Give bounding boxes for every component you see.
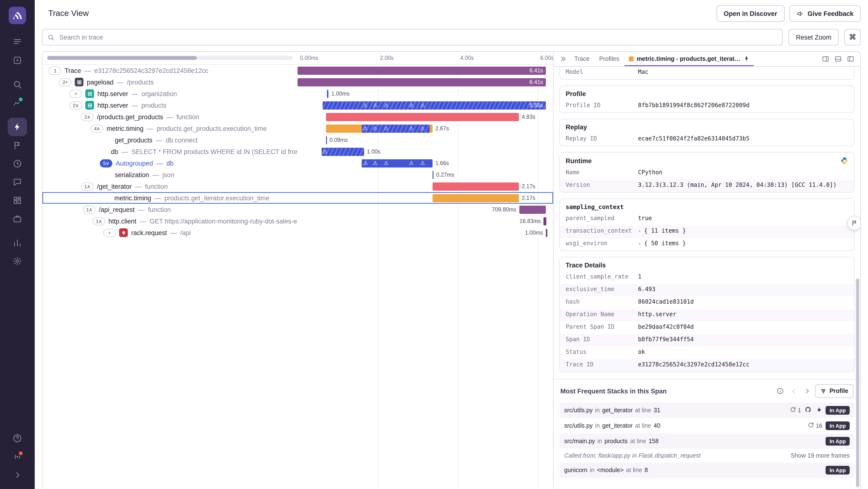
sidebar-item-business-icon[interactable] bbox=[8, 209, 27, 228]
row-expand-chip[interactable]: 1 bbox=[49, 66, 61, 75]
stack-frame-row[interactable]: gunicornin<module>at line8In App bbox=[559, 462, 855, 478]
trace-row[interactable]: db—SELECT * FROM products WHERE id IN (S… bbox=[42, 146, 553, 157]
row-expand-chip[interactable]: 1∧ bbox=[83, 205, 95, 213]
sidebar-item-releases-icon[interactable] bbox=[8, 136, 27, 154]
sidebar-item-help-icon[interactable] bbox=[8, 429, 27, 448]
sidebar-item-metrics-icon[interactable] bbox=[8, 234, 27, 252]
kv-value[interactable]: e31278c256524c3297e2cd12458e12cc bbox=[638, 361, 749, 368]
span-bar[interactable] bbox=[544, 217, 546, 225]
warning-triangle-icon[interactable]: ⚠ bbox=[420, 126, 425, 131]
row-expand-chip[interactable]: 2+ bbox=[59, 78, 71, 86]
trace-row[interactable]: 5∨Autogrouped—db⚠⚠⚠⚠⚠1.66s bbox=[42, 157, 553, 169]
warning-triangle-icon[interactable]: ⚠ bbox=[384, 103, 389, 108]
pin-icon[interactable] bbox=[743, 56, 749, 62]
trace-row[interactable]: serialization—json0.27ms bbox=[42, 169, 553, 180]
row-expand-chip[interactable]: 2∧ bbox=[81, 113, 94, 121]
warning-triangle-icon[interactable]: ⚠ bbox=[373, 126, 377, 131]
span-bar[interactable] bbox=[327, 90, 329, 98]
row-expand-chip[interactable]: 4∧ bbox=[91, 124, 103, 133]
trace-row[interactable]: 1Trace—e31278c256524c3297e2cd12458e12cc6… bbox=[42, 65, 553, 76]
sentry-logo-icon[interactable] bbox=[9, 7, 26, 24]
warning-triangle-icon[interactable]: ⚠ bbox=[363, 161, 368, 166]
stack-frame-row[interactable]: src/utils.pyinget_iteratorat line311In A… bbox=[559, 403, 855, 418]
reset-zoom-button[interactable]: Reset Zoom bbox=[789, 29, 839, 46]
layout-right-icon[interactable] bbox=[820, 53, 831, 65]
sidebar-item-settings-icon[interactable] bbox=[8, 252, 27, 270]
collapse-panel-icon[interactable] bbox=[557, 53, 569, 65]
row-expand-chip[interactable]: + bbox=[69, 90, 82, 98]
vertical-scrollbar[interactable] bbox=[856, 279, 859, 487]
shortcut-button[interactable]: ⌘ bbox=[844, 29, 861, 46]
horizontal-scrollbar[interactable] bbox=[47, 56, 293, 60]
sidebar-item-issues-icon[interactable] bbox=[8, 33, 27, 51]
span-bar[interactable] bbox=[433, 171, 434, 179]
trace-row[interactable]: get_products—db.connect0.09ms bbox=[42, 134, 553, 146]
trace-row[interactable]: 2∨http.server—products⚠⚠⚠⚠⚠5.55s bbox=[42, 99, 553, 111]
span-bar[interactable] bbox=[326, 136, 327, 144]
flamegraph-icon[interactable] bbox=[815, 406, 822, 415]
trace-row[interactable]: +http.server—organization1.00ms bbox=[42, 88, 553, 99]
warning-triangle-icon[interactable]: ⚠ bbox=[373, 103, 378, 108]
span-bar[interactable] bbox=[546, 229, 547, 237]
sidebar-item-performance-icon[interactable] bbox=[8, 118, 27, 136]
sidebar-item-collapse-icon[interactable] bbox=[8, 466, 27, 484]
span-bar[interactable]: 6.41s bbox=[298, 78, 546, 86]
scrollbar-thumb[interactable] bbox=[47, 56, 197, 60]
span-bar[interactable]: ⚠⚠⚠⚠⚠ bbox=[362, 159, 433, 167]
github-icon[interactable] bbox=[804, 406, 812, 415]
trace-row[interactable]: 1∧http.client—GET https://application-mo… bbox=[42, 215, 553, 227]
span-bar[interactable] bbox=[519, 205, 546, 213]
show-more-frames-link[interactable]: Show 19 more frames bbox=[790, 452, 850, 459]
kv-value[interactable]: ›{ 50 items } bbox=[638, 240, 686, 247]
row-expand-chip[interactable]: 1∧ bbox=[81, 182, 94, 191]
sidebar-item-whats-new-icon[interactable] bbox=[8, 448, 27, 466]
trace-row[interactable]: 2+pageload—/products6.41s bbox=[42, 76, 553, 88]
sidebar-item-stats-icon[interactable] bbox=[8, 94, 27, 112]
span-bar[interactable]: ⚠⚠⚠⚠⚠5.55s bbox=[322, 101, 546, 109]
span-bar[interactable]: ⚠⚠⚠⚠⚠ bbox=[326, 124, 433, 133]
span-bar[interactable] bbox=[326, 113, 519, 121]
row-expand-chip[interactable]: 5∨ bbox=[100, 159, 112, 167]
open-in-discover-button[interactable]: Open in Discover bbox=[716, 5, 784, 22]
tab-span-detail[interactable]: metric.timing - products.get_iterat… bbox=[624, 52, 753, 66]
warning-triangle-icon[interactable]: ⚠ bbox=[322, 149, 328, 154]
sidebar-item-dashboards-icon[interactable] bbox=[8, 191, 27, 209]
span-bar[interactable] bbox=[433, 194, 519, 202]
warning-triangle-icon[interactable]: ⚠ bbox=[384, 126, 389, 131]
feedback-flag-button[interactable] bbox=[847, 216, 861, 230]
search-input[interactable] bbox=[58, 33, 778, 41]
profile-button[interactable]: Profile bbox=[815, 384, 854, 398]
trace-row[interactable]: 1∧/get_iterator—function2.17s bbox=[42, 180, 553, 192]
stack-frame-row[interactable]: src/main.pyinproductsat line158In App bbox=[559, 433, 855, 449]
warning-triangle-icon[interactable]: ⚠ bbox=[373, 161, 378, 166]
expand-chevron-icon[interactable]: › bbox=[638, 240, 641, 247]
sidebar-item-crons-icon[interactable] bbox=[8, 154, 27, 173]
warning-triangle-icon[interactable]: ⚠ bbox=[409, 126, 413, 131]
info-icon[interactable] bbox=[774, 385, 786, 397]
trace-row[interactable]: 4∧metric.timing—products.get_products.ex… bbox=[42, 123, 553, 134]
warning-triangle-icon[interactable]: ⚠ bbox=[420, 103, 425, 108]
warning-triangle-icon[interactable]: ⚠ bbox=[384, 161, 389, 166]
tab-profiles[interactable]: Profiles bbox=[595, 52, 623, 66]
kv-value[interactable]: ecae7c51f0024f2fa82e6314045d73b5 bbox=[638, 135, 749, 142]
span-bar[interactable] bbox=[433, 182, 519, 191]
span-bar[interactable]: ⚠ bbox=[322, 147, 364, 156]
kv-value[interactable]: 8fb7bb1891994f8c862f206e8722009d bbox=[638, 102, 749, 109]
give-feedback-button[interactable]: Give Feedback bbox=[789, 5, 861, 22]
kv-value[interactable]: ›{ 11 items } bbox=[638, 227, 686, 234]
row-expand-chip[interactable]: 1∧ bbox=[93, 217, 105, 225]
next-stack-icon[interactable] bbox=[802, 385, 813, 397]
prev-stack-icon[interactable] bbox=[788, 385, 800, 397]
trace-row[interactable]: 2∧/products.get_products—function4.83s bbox=[42, 111, 553, 123]
stack-frame-row[interactable]: src/utils.pyinget_iteratorat line4016In … bbox=[559, 418, 855, 433]
row-expand-chip[interactable]: 2∨ bbox=[69, 101, 82, 109]
row-expand-chip[interactable]: + bbox=[103, 229, 116, 237]
sidebar-item-user-feedback-icon[interactable] bbox=[8, 173, 27, 191]
trace-row[interactable]: +rack.request—/api1.00ms bbox=[42, 227, 553, 238]
sidebar-item-projects-icon[interactable] bbox=[8, 51, 27, 69]
trace-row[interactable]: metric.timing—products.get_iterator.exec… bbox=[42, 192, 553, 204]
stack-called-from-row[interactable]: Called from: flask/app.py in Flask.dispa… bbox=[559, 449, 855, 462]
warning-triangle-icon[interactable]: ⚠ bbox=[363, 103, 368, 108]
warning-triangle-icon[interactable]: ⚠ bbox=[409, 161, 414, 166]
sidebar-item-search-icon[interactable] bbox=[8, 75, 27, 94]
